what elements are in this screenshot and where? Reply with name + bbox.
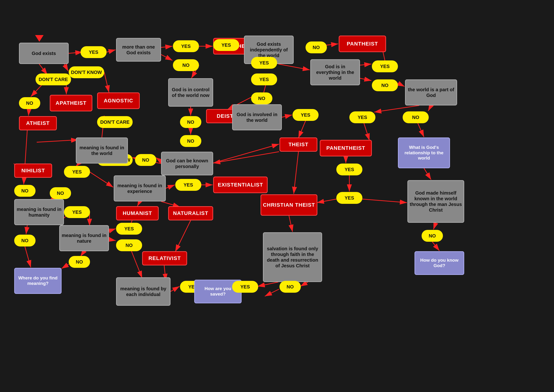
- svg-line-41: [175, 220, 191, 252]
- svg-line-35: [171, 286, 180, 292]
- node-god_involved: God is involved in the world: [232, 104, 282, 130]
- node-yes12: YES: [372, 60, 398, 72]
- node-yes7: YES: [175, 179, 201, 191]
- node-yes10: YES: [292, 109, 319, 121]
- node-atheist: ATHEIST: [19, 116, 57, 130]
- node-panentheist: PANENTHEIST: [320, 140, 372, 156]
- svg-line-49: [213, 152, 279, 163]
- node-yes14: YES: [336, 163, 362, 175]
- svg-line-64: [432, 242, 439, 251]
- node-no2: NO: [173, 59, 199, 71]
- node-naturalist: NATURALIST: [168, 206, 213, 220]
- node-meaning_experience: meaning is found in experience: [114, 175, 166, 202]
- node-how_know_god: How do you know God?: [415, 251, 464, 275]
- node-god_everything: God is in everything in the world: [310, 59, 360, 85]
- svg-line-48: [298, 121, 305, 138]
- node-no3: NO: [180, 116, 201, 128]
- node-yes8: YES: [213, 39, 239, 51]
- node-yes4: YES: [64, 206, 90, 218]
- svg-line-37: [165, 185, 175, 189]
- svg-line-68: [300, 282, 308, 286]
- svg-line-31: [25, 246, 31, 267]
- svg-line-72: [213, 144, 279, 163]
- start-arrow: [35, 35, 44, 42]
- node-no1: NO: [19, 97, 40, 109]
- node-yes2: YES: [173, 40, 199, 52]
- svg-line-25: [26, 225, 27, 234]
- node-christian_theist: CHRISTIAN THEIST: [261, 194, 317, 216]
- node-yes9: YES: [251, 73, 277, 85]
- node-god_known_jesus: God made himself known in the world thro…: [407, 180, 464, 223]
- node-yes15: YES: [336, 192, 362, 204]
- node-salvation: salvation is found only through faith in…: [263, 232, 322, 282]
- node-no8: NO: [14, 235, 35, 246]
- node-meaning_world: meaning is found in the world: [76, 137, 128, 163]
- svg-line-39: [137, 202, 140, 206]
- svg-line-28: [109, 229, 116, 231]
- node-relativist: RELATIVIST: [142, 251, 187, 266]
- node-agnostic: AGNOSTIC: [97, 92, 140, 109]
- svg-line-62: [424, 168, 431, 180]
- svg-line-70: [265, 289, 279, 296]
- svg-line-52: [360, 78, 371, 81]
- node-no5: NO: [135, 154, 156, 166]
- svg-line-44: [278, 64, 310, 70]
- svg-line-16: [156, 158, 161, 161]
- node-apatheist: APATHEIST: [50, 95, 92, 111]
- node-no13: NO: [372, 79, 398, 91]
- node-meaning_humanity: meaning is found in humanity: [14, 199, 64, 225]
- node-theist: THEIST: [279, 137, 317, 152]
- node-dont_know1: DON'T KNOW: [69, 66, 104, 78]
- node-yes3: YES: [64, 166, 90, 178]
- svg-line-4: [31, 85, 42, 97]
- node-god_exists: God exists: [19, 43, 69, 64]
- svg-line-22: [90, 172, 113, 187]
- svg-line-47: [281, 115, 292, 117]
- node-existentialist: EXISTENTIALIST: [213, 176, 268, 193]
- svg-line-18: [37, 140, 78, 142]
- node-no10: NO: [69, 256, 90, 268]
- svg-line-30: [81, 251, 84, 256]
- node-god_relationship: What is God's relationship to the world: [398, 137, 450, 168]
- svg-line-9: [161, 46, 173, 47]
- node-dont_care1: DON'T CARE: [35, 73, 71, 85]
- node-yes16: YES: [232, 281, 258, 293]
- node-no9: NO: [116, 239, 142, 251]
- svg-line-50: [294, 152, 298, 194]
- svg-line-5: [104, 72, 109, 92]
- node-pantheist: PANTHEIST: [339, 35, 386, 52]
- svg-line-66: [289, 216, 292, 232]
- svg-line-8: [107, 50, 116, 52]
- node-dont_care2: DON'T CARE: [97, 116, 133, 128]
- svg-line-32: [62, 264, 69, 268]
- node-where_meaning: Where do you find meaning?: [14, 268, 62, 294]
- node-yes13: YES: [349, 111, 375, 123]
- node-no6: NO: [50, 187, 71, 199]
- svg-line-61: [317, 199, 336, 203]
- node-nihilist: NIHILIST: [14, 163, 52, 178]
- node-more_than_one: more than one God exists: [116, 38, 161, 62]
- svg-line-67: [258, 282, 278, 286]
- node-no16: NO: [279, 281, 301, 293]
- node-god_known: God can be known personally: [161, 152, 213, 175]
- node-yes11: YES: [251, 57, 277, 69]
- node-no12: NO: [251, 92, 272, 104]
- node-humanist: HUMANIST: [116, 206, 159, 220]
- svg-line-56: [428, 105, 431, 111]
- svg-line-51: [360, 64, 371, 65]
- svg-line-63: [433, 223, 436, 229]
- node-meaning_individual: meaning is found by each individual: [116, 277, 171, 306]
- node-meaning_nature: meaning is found in nature: [59, 225, 109, 251]
- svg-line-55: [374, 105, 419, 112]
- node-yes1: YES: [81, 46, 107, 58]
- node-no11: NO: [305, 42, 327, 53]
- node-yes5: YES: [116, 223, 142, 235]
- svg-line-54: [397, 83, 405, 86]
- node-god_control: God is in control of the world now: [168, 78, 213, 107]
- node-no14: NO: [403, 111, 429, 123]
- node-no7: NO: [14, 185, 35, 197]
- node-no4: NO: [180, 135, 201, 147]
- svg-line-10: [161, 55, 173, 60]
- svg-line-65: [362, 199, 407, 203]
- node-no15: NO: [422, 230, 443, 242]
